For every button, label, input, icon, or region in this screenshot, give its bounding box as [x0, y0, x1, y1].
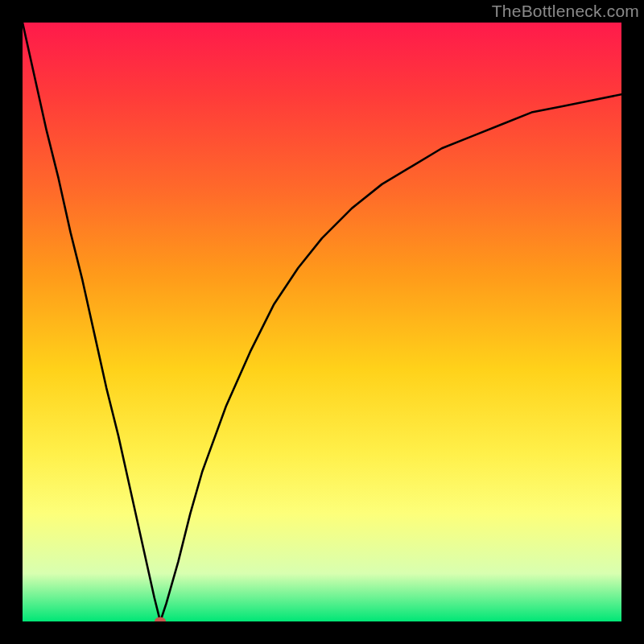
optimum-marker — [155, 617, 166, 622]
chart-frame: TheBottleneck.com — [0, 0, 644, 644]
plot-area — [23, 23, 621, 621]
bottleneck-curve — [23, 23, 621, 621]
watermark-text: TheBottleneck.com — [492, 2, 639, 21]
